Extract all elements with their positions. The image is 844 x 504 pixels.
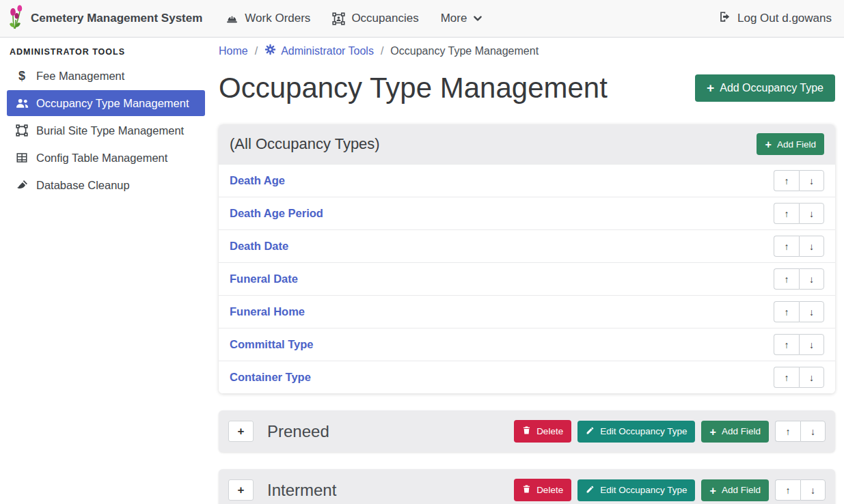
nav-work-orders-label: Work Orders (245, 12, 310, 25)
plus-icon: + (765, 139, 771, 150)
users-icon (14, 98, 30, 109)
move-up-button[interactable]: ↑ (774, 268, 799, 290)
all-occupancy-types-panel: (All Occupancy Types) + Add Field Death … (219, 124, 835, 393)
move-down-button[interactable]: ↓ (800, 479, 826, 501)
field-link[interactable]: Container Type (230, 371, 311, 384)
sidebar-heading: Administrator Tools (10, 47, 205, 57)
move-up-button[interactable]: ↑ (775, 479, 800, 501)
field-link[interactable]: Death Age Period (230, 207, 323, 220)
dollar-icon: $ (14, 70, 30, 82)
sidebar: Administrator Tools $ Fee Management Occ… (0, 38, 212, 504)
reorder-controls: ↑ ↓ (774, 170, 824, 191)
chevron-down-icon (473, 14, 482, 23)
sidebar-item-occupancy-type-management[interactable]: Occupancy Type Management (7, 90, 205, 116)
logout-button[interactable]: Log Out d.gowans (718, 10, 832, 27)
move-down-button[interactable]: ↓ (799, 301, 824, 322)
edit-occupancy-type-button[interactable]: Edit Occupancy Type (577, 421, 695, 443)
trash-icon (522, 484, 531, 496)
brand[interactable]: Cemetery Management System (7, 5, 202, 33)
nav-more[interactable]: More (441, 12, 483, 25)
reorder-controls: ↑ ↓ (774, 367, 824, 388)
edit-occupancy-type-label: Edit Occupancy Type (600, 426, 687, 436)
move-up-button[interactable]: ↑ (774, 367, 799, 388)
move-down-button[interactable]: ↓ (799, 268, 824, 290)
delete-button[interactable]: Delete (514, 479, 571, 501)
move-down-button[interactable]: ↓ (799, 170, 824, 191)
plus-icon: + (707, 81, 714, 94)
nav-occupancies[interactable]: Occupancies (332, 12, 418, 25)
move-down-button[interactable]: ↓ (800, 421, 826, 442)
reorder-controls: ↑ ↓ (774, 236, 824, 257)
reorder-controls: ↑ ↓ (775, 479, 826, 501)
add-field-label: Add Field (777, 139, 816, 150)
reorder-controls: ↑ ↓ (774, 334, 824, 355)
field-link[interactable]: Death Age (230, 174, 285, 187)
expand-button[interactable]: + (228, 479, 254, 501)
breadcrumb-current: Occupancy Type Management (390, 45, 539, 57)
expand-button[interactable]: + (228, 421, 254, 442)
section-interment: + Interment Delete Edit Occupancy Type + (219, 469, 835, 504)
field-row: Funeral Home ↑ ↓ (219, 295, 835, 328)
app-title: Cemetery Management System (31, 12, 202, 25)
logout-label: Log Out d.gowans (737, 12, 832, 25)
nav-work-orders[interactable]: Work Orders (226, 12, 310, 25)
panel-title: (All Occupancy Types) (230, 135, 380, 153)
frame-user-icon (332, 12, 345, 25)
sidebar-item-label: Burial Site Type Management (36, 124, 184, 137)
field-link[interactable]: Funeral Home (230, 305, 305, 318)
plus-icon: + (709, 485, 716, 496)
move-down-button[interactable]: ↓ (799, 367, 824, 388)
plus-icon: + (709, 426, 716, 437)
edit-occupancy-type-button[interactable]: Edit Occupancy Type (577, 479, 695, 501)
sidebar-item-config-table-management[interactable]: Config Table Management (7, 145, 205, 171)
panel-header: (All Occupancy Types) + Add Field (219, 124, 835, 164)
sidebar-item-fee-management[interactable]: $ Fee Management (7, 63, 205, 89)
field-row: Committal Type ↑ ↓ (219, 328, 835, 361)
breadcrumb-admin-tools-label: Administrator Tools (281, 45, 374, 57)
breadcrumb-home-link[interactable]: Home (219, 45, 248, 57)
gear-icon (264, 44, 276, 58)
move-up-button[interactable]: ↑ (774, 203, 799, 224)
move-up-button[interactable]: ↑ (774, 301, 799, 322)
field-link[interactable]: Death Date (230, 240, 288, 253)
sidebar-item-label: Database Cleanup (36, 179, 130, 192)
add-field-button[interactable]: + Add Field (757, 133, 824, 155)
sidebar-item-burial-site-type-management[interactable]: Burial Site Type Management (7, 117, 205, 143)
field-row: Death Date ↑ ↓ (219, 229, 835, 262)
nav-more-label: More (441, 12, 467, 25)
add-field-button[interactable]: + Add Field (701, 421, 769, 443)
title-row: Occupancy Type Management + Add Occupanc… (219, 70, 835, 107)
add-field-button[interactable]: + Add Field (701, 479, 769, 501)
add-field-label: Add Field (722, 485, 761, 495)
move-down-button[interactable]: ↓ (799, 334, 824, 355)
move-up-button[interactable]: ↑ (774, 170, 799, 191)
section-title: Preneed (267, 422, 329, 441)
delete-label: Delete (536, 485, 563, 495)
field-link[interactable]: Committal Type (230, 338, 314, 351)
pencil-icon (586, 426, 595, 437)
nav-occupancies-label: Occupancies (351, 12, 418, 25)
breadcrumb-admin-tools-link[interactable]: Administrator Tools (264, 44, 374, 58)
add-field-label: Add Field (722, 426, 761, 436)
section-actions: Delete Edit Occupancy Type + Add Field ↑… (514, 420, 826, 443)
move-up-button[interactable]: ↑ (775, 421, 800, 442)
page-title: Occupancy Type Management (219, 70, 608, 107)
delete-button[interactable]: Delete (514, 420, 571, 443)
add-occupancy-type-button[interactable]: + Add Occupancy Type (695, 74, 835, 101)
move-up-button[interactable]: ↑ (774, 236, 799, 257)
move-down-button[interactable]: ↓ (799, 203, 824, 224)
section-preneed: + Preneed Delete Edit Occupancy Type + (219, 410, 835, 452)
move-up-button[interactable]: ↑ (774, 334, 799, 355)
reorder-controls: ↑ ↓ (774, 203, 824, 224)
move-down-button[interactable]: ↓ (799, 236, 824, 257)
section-actions: Delete Edit Occupancy Type + Add Field ↑… (514, 479, 826, 501)
navbar-links: Work Orders Occupancies More (226, 12, 482, 25)
sidebar-item-database-cleanup[interactable]: Database Cleanup (7, 172, 205, 198)
delete-label: Delete (536, 426, 563, 436)
section-title: Interment (267, 481, 336, 500)
hard-hat-icon (226, 12, 239, 25)
field-link[interactable]: Funeral Date (230, 272, 298, 285)
vector-square-icon (14, 124, 30, 137)
table-icon (14, 152, 30, 164)
reorder-controls: ↑ ↓ (774, 268, 824, 290)
